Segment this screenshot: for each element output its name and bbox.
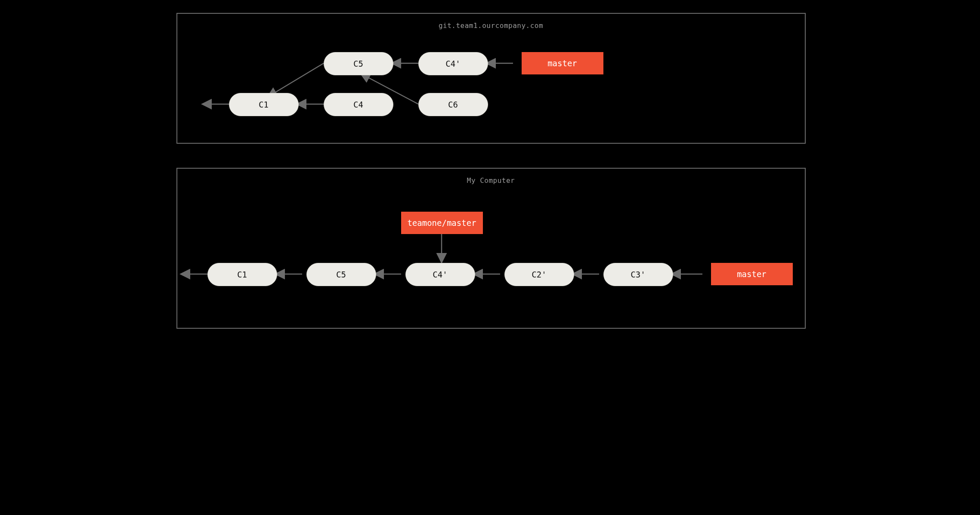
commit-local-c4p: C4' — [405, 263, 475, 286]
panel-remote: git.team1.ourcompany.com C5 C4' C1 C4 C6… — [176, 13, 806, 144]
diagram-stage: git.team1.ourcompany.com C5 C4' C1 C4 C6… — [164, 0, 817, 340]
commit-remote-c6: C6 — [418, 93, 488, 116]
commit-remote-c5: C5 — [324, 52, 393, 75]
panel-title-remote: git.team1.ourcompany.com — [177, 22, 805, 30]
svg-line-2 — [269, 63, 324, 96]
arrows-remote — [177, 14, 805, 143]
commit-local-c3p: C3' — [603, 263, 673, 286]
panel-local: My Computer teamone/master C1 C5 C4' C2'… — [176, 168, 806, 329]
commit-remote-c4: C4 — [324, 93, 393, 116]
commit-remote-c1: C1 — [229, 93, 299, 116]
commit-remote-c4p: C4' — [418, 52, 488, 75]
branch-local-teamone: teamone/master — [401, 212, 483, 234]
commit-local-c5: C5 — [306, 263, 376, 286]
branch-remote-master: master — [522, 52, 603, 74]
panel-title-local: My Computer — [177, 176, 805, 185]
arrows-local — [177, 169, 805, 328]
commit-local-c2p: C2' — [504, 263, 574, 286]
branch-local-master: master — [711, 263, 793, 285]
commit-local-c1: C1 — [207, 263, 277, 286]
